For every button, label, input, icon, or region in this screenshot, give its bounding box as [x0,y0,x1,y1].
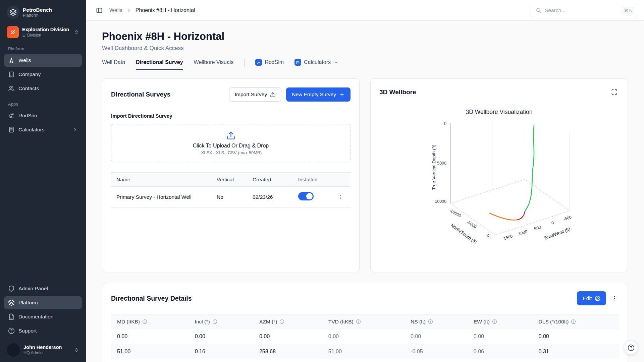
brand-subtitle: Platform [23,13,52,18]
survey-created: 02/23/26 [250,187,296,207]
new-empty-survey-button[interactable]: New Empty Survey [286,87,351,102]
col-header-ns: NS (ft) [405,314,468,329]
help-circle-icon [8,327,15,334]
users-icon [8,85,15,92]
cell-ew: 0.00 [468,329,533,344]
sidebar-item-calculators[interactable]: Calculators [4,123,82,136]
building-icon [22,34,26,37]
table-row: 51.00 0.16 258.68 51.00 -0.05 0.06 0.31 [111,344,619,359]
cell-incl: 0.16 [189,344,253,359]
help-button[interactable] [624,341,638,355]
svg-text:1500: 1500 [503,234,513,241]
org-switcher[interactable]: Exploration Division Division [4,23,82,41]
col-header-tvd: TVD (ftKB) [322,314,405,329]
table-row: 148.00 0.18 280.95 148.00 -0.05 -0.23 0.… [111,359,619,362]
dropzone-hint: .XLSX, .XLS, .CSV (max 50MB) [200,150,262,155]
tab-wellbore-visuals[interactable]: Wellbore Visuals [194,59,234,70]
surveys-table: Name Vertical Created Installed Primary … [111,172,351,207]
cell-ns: -0.05 [405,344,468,359]
tab-divider [244,59,245,67]
info-icon[interactable] [571,319,576,324]
col-header-dls: DLS (°/100ft) [533,314,619,329]
col-header-name: Name [111,173,214,187]
maximize-icon [611,89,618,95]
import-survey-button[interactable]: Import Survey [229,87,281,102]
sidebar-item-company[interactable]: Company [4,68,82,81]
kebab-menu-icon [338,194,344,200]
installed-toggle[interactable] [298,192,314,200]
chevrons-up-down-icon [74,347,79,353]
info-icon[interactable] [212,319,217,324]
directional-surveys-card: Directional Surveys Import Survey New Em… [102,78,360,272]
svg-text:5000: 5000 [437,161,446,166]
svg-text:-10000: -10000 [448,208,462,219]
svg-text:0: 0 [486,233,490,239]
upload-dropzone[interactable]: Click To Upload Or Drag & Drop .XLSX, .X… [111,124,351,162]
sidebar-item-support[interactable]: Support [4,324,82,337]
user-role: HQ Admin [23,351,70,355]
tab-well-data[interactable]: Well Data [102,59,125,70]
cell-tvd: 51.00 [322,344,405,359]
info-icon[interactable] [142,319,147,324]
survey-row-menu-button[interactable] [336,193,345,201]
tab-calculators[interactable]: Calculators [294,59,338,70]
breadcrumb-wells[interactable]: Wells [109,7,122,13]
plus-icon [339,92,345,98]
sidebar-item-platform[interactable]: Platform [4,296,82,309]
org-name: Exploration Division [22,27,70,32]
sidebar-item-documentation[interactable]: Documentation [4,310,82,323]
cell-md: 148.00 [111,359,189,362]
sidebar-item-label: Wells [18,57,31,63]
edit-pencil-icon [595,296,600,301]
kebab-menu-icon [611,295,618,301]
search-icon [536,7,541,13]
sidebar-item-label: Admin Panel [18,286,48,292]
col-header-md: MD (ftKB) [111,314,189,329]
sidebar-item-wells[interactable]: Wells [4,54,82,67]
wellbore-3d-plot[interactable]: 0 5000 10000 True Vertical Depth (ft) -1… [388,117,610,254]
cell-azm: 258.68 [253,344,322,359]
svg-text:0: 0 [551,220,554,225]
edit-button[interactable]: Edit [577,291,606,305]
sidebar-item-rodsim[interactable]: RodSim [4,109,82,122]
search-input[interactable] [545,7,619,13]
user-menu[interactable]: John Henderson HQ Admin [4,340,82,357]
cell-md: 0.00 [111,329,189,344]
sidebar-item-admin-panel[interactable]: Admin Panel [4,282,82,295]
info-icon[interactable] [428,319,433,324]
calculators-app-icon [294,59,301,66]
brand: PetroBench Platform [4,4,82,23]
cell-md: 51.00 [111,344,189,359]
rodsim-app-icon [255,59,262,66]
sidebar-item-contacts[interactable]: Contacts [4,82,82,95]
page-title: Phoenix #8H - Horizontal [102,31,628,42]
wellbore-3d-card: 3D Wellbore 3D Wellbore Visualization [370,78,628,272]
sidebar-item-label: RodSim [18,113,37,119]
tab-rodsim[interactable]: RodSim [255,59,284,70]
help-circle-icon [628,344,635,351]
svg-text:East/West (ft): East/West (ft) [544,227,571,241]
tab-directional-survey[interactable]: Directional Survey [136,59,183,70]
chevrons-up-down-icon [74,29,79,35]
survey-row: Primary Survey - Horizontal Well No 02/2… [111,187,351,207]
wellbore-chart-title: 3D Wellbore Visualization [379,109,619,116]
cell-azm: 0.00 [253,329,322,344]
details-menu-button[interactable] [610,294,619,303]
col-header-installed: Installed [296,173,334,187]
page-content: Phoenix #8H - Horizontal Well Dashboard … [86,21,644,362]
info-icon[interactable] [356,319,361,324]
sidebar-toggle-button[interactable] [95,6,104,15]
user-name: John Henderson [23,345,70,350]
app-root: PetroBench Platform Exploration Division… [0,0,644,362]
info-icon[interactable] [279,319,284,324]
svg-text:500: 500 [534,225,542,231]
breadcrumb-current: Phoenix #8H - Horizontal [136,7,195,13]
upload-icon [270,92,276,98]
svg-text:True Vertical Depth (ft): True Vertical Depth (ft) [431,144,436,190]
expand-button[interactable] [610,87,619,97]
org-type: Division [22,33,70,38]
main-area: Wells Phoenix #8H - Horizontal ⌘ K Phoen… [86,0,644,362]
info-icon[interactable] [492,319,497,324]
cell-tvd: 148.00 [322,359,405,362]
tab-bar: Well Data Directional Survey Wellbore Vi… [102,60,628,70]
